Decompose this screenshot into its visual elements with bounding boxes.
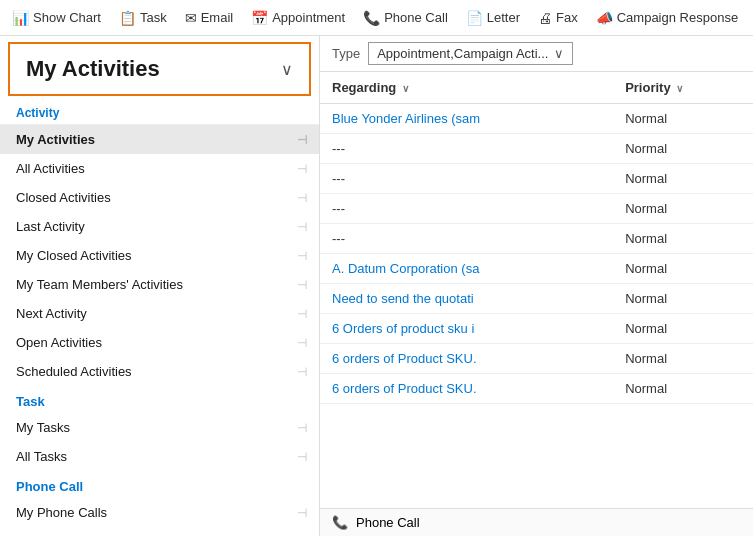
- menu-item-scheduled-activities[interactable]: Scheduled Activities⊣: [0, 357, 319, 386]
- fax-icon: 🖨: [538, 10, 552, 26]
- task-section-label: Task: [0, 386, 319, 413]
- cell-regarding[interactable]: 6 Orders of product sku i: [320, 314, 613, 344]
- pin-icon: ⊣: [297, 191, 307, 205]
- cell-regarding: ---: [320, 224, 613, 254]
- view-header-arrow-icon: ∨: [281, 60, 293, 79]
- menu-item-all-activities[interactable]: All Activities⊣: [0, 154, 319, 183]
- table-row: ---Normal: [320, 224, 753, 254]
- campaign-response-label: Campaign Response: [617, 10, 738, 25]
- menu-item-label: My Team Members' Activities: [16, 277, 183, 292]
- table-row: 6 orders of Product SKU.Normal: [320, 344, 753, 374]
- phone-bar-icon: 📞: [332, 515, 348, 530]
- menu-item-label: Closed Activities: [16, 190, 111, 205]
- type-filter-arrow-icon: ∨: [554, 46, 564, 61]
- table-row: 6 orders of Product SKU.Normal: [320, 374, 753, 404]
- col-header-priority[interactable]: Priority ∨: [613, 72, 753, 104]
- cell-regarding[interactable]: 6 orders of Product SKU.: [320, 344, 613, 374]
- dropdown-panel: My Activities ∨ Activity My Activities⊣A…: [0, 36, 320, 536]
- cell-regarding[interactable]: Need to send the quotati: [320, 284, 613, 314]
- menu-item-all-phone-calls[interactable]: All Phone Calls⊣: [0, 527, 319, 536]
- menu-item-my-closed-activities[interactable]: My Closed Activities⊣: [0, 241, 319, 270]
- table-wrapper: Regarding ∨ Priority ∨ Blue Yonder Airli…: [320, 72, 753, 508]
- menu-item-closed-activities[interactable]: Closed Activities⊣: [0, 183, 319, 212]
- toolbar-item-campaign-response[interactable]: 📣Campaign Response: [588, 6, 746, 30]
- show-chart-icon: 📊: [12, 10, 29, 26]
- cell-regarding[interactable]: Blue Yonder Airlines (sam: [320, 104, 613, 134]
- pin-icon: ⊣: [297, 249, 307, 263]
- menu-item-label: All Tasks: [16, 449, 67, 464]
- pin-icon: ⊣: [297, 307, 307, 321]
- letter-icon: 📄: [466, 10, 483, 26]
- cell-priority: Normal: [613, 134, 753, 164]
- cell-priority: Normal: [613, 194, 753, 224]
- toolbar-item-show-chart[interactable]: 📊Show Chart: [4, 6, 109, 30]
- menu-item-label: Scheduled Activities: [16, 364, 132, 379]
- cell-priority: Normal: [613, 164, 753, 194]
- type-filter-select[interactable]: Appointment,Campaign Acti... ∨: [368, 42, 573, 65]
- fax-label: Fax: [556, 10, 578, 25]
- toolbar-item-appointment[interactable]: 📅Appointment: [243, 6, 353, 30]
- phone-bar: 📞 Phone Call: [320, 508, 753, 536]
- pin-icon: ⊣: [297, 162, 307, 176]
- cell-priority: Normal: [613, 374, 753, 404]
- toolbar-item-letter[interactable]: 📄Letter: [458, 6, 528, 30]
- phone-section-label: Phone Call: [0, 471, 319, 498]
- toolbar: 📊Show Chart📋Task✉Email📅Appointment📞Phone…: [0, 0, 753, 36]
- cell-priority: Normal: [613, 344, 753, 374]
- menu-item-label: Next Activity: [16, 306, 87, 321]
- toolbar-item-phone-call[interactable]: 📞Phone Call: [355, 6, 456, 30]
- cell-priority: Normal: [613, 254, 753, 284]
- menu-item-my-phone-calls[interactable]: My Phone Calls⊣: [0, 498, 319, 527]
- toolbar-item-task[interactable]: 📋Task: [111, 6, 175, 30]
- cell-priority: Normal: [613, 314, 753, 344]
- pin-icon: ⊣: [297, 506, 307, 520]
- table-row: ---Normal: [320, 194, 753, 224]
- menu-item-my-team-members-activities[interactable]: My Team Members' Activities⊣: [0, 270, 319, 299]
- email-label: Email: [201, 10, 234, 25]
- toolbar-item-email[interactable]: ✉Email: [177, 6, 242, 30]
- menu-item-label: My Phone Calls: [16, 505, 107, 520]
- pin-icon: ⊣: [297, 133, 307, 147]
- menu-item-label: Open Activities: [16, 335, 102, 350]
- appointment-icon: 📅: [251, 10, 268, 26]
- menu-item-my-tasks[interactable]: My Tasks⊣: [0, 413, 319, 442]
- toolbar-item-fax[interactable]: 🖨Fax: [530, 6, 586, 30]
- menu-item-my-activities[interactable]: My Activities⊣: [0, 125, 319, 154]
- pin-icon: ⊣: [297, 220, 307, 234]
- priority-sort-icon: ∨: [676, 83, 683, 94]
- menu-item-all-tasks[interactable]: All Tasks⊣: [0, 442, 319, 471]
- campaign-response-icon: 📣: [596, 10, 613, 26]
- col-header-regarding[interactable]: Regarding ∨: [320, 72, 613, 104]
- cell-priority: Normal: [613, 284, 753, 314]
- pin-icon: ⊣: [297, 421, 307, 435]
- table-row: ---Normal: [320, 164, 753, 194]
- view-title: My Activities: [26, 56, 281, 82]
- menu-item-last-activity[interactable]: Last Activity⊣: [0, 212, 319, 241]
- menu-item-label: My Closed Activities: [16, 248, 132, 263]
- cell-regarding: ---: [320, 194, 613, 224]
- pin-icon: ⊣: [297, 278, 307, 292]
- table-row: Need to send the quotatiNormal: [320, 284, 753, 314]
- cell-regarding[interactable]: 6 orders of Product SKU.: [320, 374, 613, 404]
- menu-item-label: My Activities: [16, 132, 95, 147]
- phone-bar-label: Phone Call: [356, 515, 420, 530]
- table-row: ---Normal: [320, 134, 753, 164]
- phone-call-icon: 📞: [363, 10, 380, 26]
- pin-icon: ⊣: [297, 450, 307, 464]
- menu-item-next-activity[interactable]: Next Activity⊣: [0, 299, 319, 328]
- table-row: 6 Orders of product sku iNormal: [320, 314, 753, 344]
- type-filter-value: Appointment,Campaign Acti...: [377, 46, 548, 61]
- data-table: Regarding ∨ Priority ∨ Blue Yonder Airli…: [320, 72, 753, 404]
- menu-item-open-activities[interactable]: Open Activities⊣: [0, 328, 319, 357]
- email-icon: ✉: [185, 10, 197, 26]
- cell-regarding[interactable]: A. Datum Corporation (sa: [320, 254, 613, 284]
- menu-item-label: All Activities: [16, 161, 85, 176]
- pin-icon: ⊣: [297, 365, 307, 379]
- cell-priority: Normal: [613, 224, 753, 254]
- table-row: A. Datum Corporation (saNormal: [320, 254, 753, 284]
- cell-regarding: ---: [320, 134, 613, 164]
- table-row: Blue Yonder Airlines (samNormal: [320, 104, 753, 134]
- view-header[interactable]: My Activities ∨: [8, 42, 311, 96]
- main-container: My Activities ∨ Activity My Activities⊣A…: [0, 36, 753, 536]
- regarding-sort-icon: ∨: [402, 83, 409, 94]
